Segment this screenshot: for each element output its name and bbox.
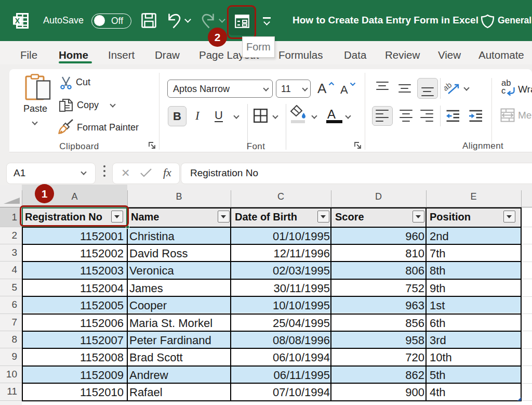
svg-text:X: X — [15, 17, 20, 25]
